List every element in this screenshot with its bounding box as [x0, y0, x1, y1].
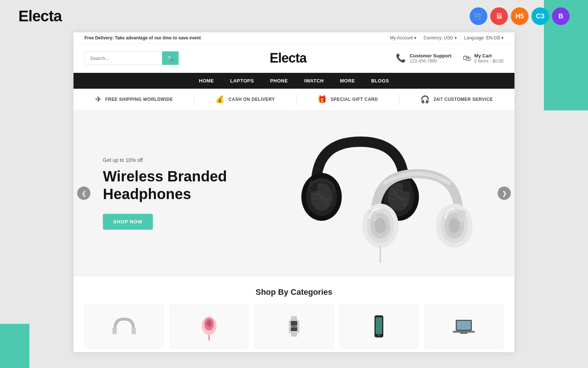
language-link[interactable]: Language: EN-GB ▾ [464, 35, 503, 40]
smartwatch-category-icon: 10:30 [279, 312, 309, 341]
svg-rect-23 [458, 210, 465, 221]
feature-support-label: 24/7 CUSTOMER SERVICE [434, 97, 493, 102]
svg-point-29 [207, 320, 212, 327]
nav-phone[interactable]: PHONE [262, 73, 296, 89]
feature-shipping-label: FREE SHIPPING WORLDWIDE [105, 97, 173, 102]
svg-rect-40 [377, 335, 380, 336]
css3-badge-icon[interactable]: C3 [531, 7, 549, 25]
support-label: Customer Support [409, 53, 451, 59]
feature-cod-label: CASH ON DELIVERY [229, 97, 275, 102]
shipping-icon: ✈ [95, 95, 102, 104]
svg-rect-36 [294, 333, 297, 337]
support-phone: 123-456-7890 [409, 59, 451, 64]
svg-rect-43 [453, 331, 475, 333]
prev-arrow-icon: ❮ [82, 190, 86, 197]
phone-icon: 📞 [396, 53, 406, 63]
category-headphones[interactable] [85, 304, 164, 348]
shop-now-button[interactable]: SHOP NOW [103, 214, 153, 230]
currency-link[interactable]: Currency: USD ▾ [424, 35, 457, 40]
main-nav: HOME LAPTOPS PHONE IWATCH MORE BLOGS [74, 73, 514, 89]
feature-gift: 🎁 SPECIAL GIFT CARD [318, 95, 378, 104]
nav-iwatch[interactable]: IWATCH [296, 73, 332, 89]
gift-icon: 🎁 [318, 95, 327, 104]
utility-right-links: My Account ▾ Currency: USD ▾ Language: E… [390, 35, 503, 40]
nav-home[interactable]: HOME [191, 73, 222, 89]
laptop-category-icon [449, 312, 478, 341]
svg-rect-34 [294, 316, 297, 321]
cod-icon: 💰 [215, 95, 225, 104]
nav-blogs[interactable]: BLOGS [363, 73, 397, 89]
top-outer-bar: Electa 🛒 🖥 H5 C3 B [0, 0, 588, 32]
feature-shipping: ✈ FREE SHIPPING WORLDWIDE [95, 95, 173, 104]
top-right-icons: 🛒 🖥 H5 C3 B [470, 7, 570, 25]
cart-items: 0 items - $0.00 [474, 59, 503, 64]
store-container: Free Delivery: Take advantage of our tim… [74, 32, 514, 352]
hero-title: Wireless BrandedHeadphones [103, 167, 243, 203]
support-icon: 🎧 [420, 95, 430, 104]
svg-text:10:30: 10:30 [290, 325, 298, 328]
hero-tag: Get up to 10% off [103, 157, 243, 163]
hero-slider: ❮ Get up to 10% off Wireless BrandedHead… [74, 110, 514, 276]
feature-bar: ✈ FREE SHIPPING WORLDWIDE 💰 CASH ON DELI… [74, 89, 514, 110]
nav-laptops[interactable]: LAPTOPS [222, 73, 262, 89]
feature-divider-3 [399, 94, 399, 105]
slider-prev-button[interactable]: ❮ [77, 187, 90, 200]
svg-rect-26 [132, 328, 136, 334]
svg-rect-44 [460, 333, 467, 334]
svg-rect-39 [376, 317, 382, 334]
feature-gift-label: SPECIAL GIFT CARD [330, 97, 378, 102]
svg-rect-35 [291, 333, 294, 337]
categories-title: Shop By Categories [85, 287, 503, 297]
customer-support: 📞 Customer Support 123-456-7890 [396, 53, 451, 64]
search-input[interactable] [85, 52, 162, 65]
category-earphones[interactable] [169, 304, 248, 348]
feature-divider-2 [296, 94, 297, 105]
category-phones[interactable] [340, 304, 419, 348]
cart-icon: 🛍 [463, 53, 471, 63]
html5-badge-icon[interactable]: H5 [511, 7, 528, 25]
top-logo: Electa [18, 7, 62, 25]
white-headphone [360, 153, 474, 270]
phone-category-icon [364, 312, 394, 341]
search-bar[interactable]: 🔍 [85, 51, 180, 65]
header-right: 📞 Customer Support 123-456-7890 🛍 My Car… [396, 53, 503, 64]
headphone-illustration [290, 112, 474, 274]
cart-label: My Cart [474, 53, 503, 59]
header-logo: Electa [270, 50, 306, 66]
earphone-category-icon [194, 312, 224, 341]
feature-cod: 💰 CASH ON DELIVERY [215, 95, 275, 104]
free-delivery-label: Free Delivery: [85, 35, 114, 40]
search-button[interactable]: 🔍 [162, 52, 179, 65]
free-delivery-notice: Free Delivery: Take advantage of our tim… [85, 35, 201, 40]
free-delivery-text: Take advantage of our time to save event [115, 35, 201, 40]
category-laptops[interactable] [424, 304, 503, 348]
bootstrap-badge-icon[interactable]: B [552, 7, 570, 25]
cart-badge-icon[interactable]: 🛒 [470, 7, 487, 25]
feature-support: 🎧 24/7 CUSTOMER SERVICE [420, 95, 493, 104]
nav-more[interactable]: MORE [332, 73, 363, 89]
utility-bar: Free Delivery: Take advantage of our tim… [74, 32, 514, 44]
main-header: 🔍 Electa 📞 Customer Support 123-456-7890… [74, 44, 514, 73]
categories-grid: 10:30 [85, 304, 503, 348]
svg-rect-25 [112, 328, 117, 334]
feature-divider-1 [194, 94, 194, 105]
categories-section: Shop By Categories [74, 276, 514, 352]
svg-point-17 [374, 218, 386, 233]
slider-next-button[interactable]: ❯ [498, 187, 511, 200]
hero-content: Get up to 10% off Wireless BrandedHeadph… [74, 135, 272, 252]
monitor-badge-icon[interactable]: 🖥 [490, 7, 508, 25]
cart-widget[interactable]: 🛍 My Cart 0 items - $0.00 [463, 53, 503, 64]
category-smartwatch[interactable]: 10:30 [254, 304, 333, 348]
my-account-link[interactable]: My Account ▾ [390, 35, 416, 40]
next-arrow-icon: ❯ [502, 190, 507, 197]
search-icon: 🔍 [167, 55, 173, 61]
teal-decoration-bottom-left [0, 324, 29, 368]
headphone-category-icon [110, 312, 139, 341]
svg-rect-33 [291, 316, 294, 321]
hero-image-area [250, 110, 514, 276]
svg-rect-42 [457, 321, 471, 330]
